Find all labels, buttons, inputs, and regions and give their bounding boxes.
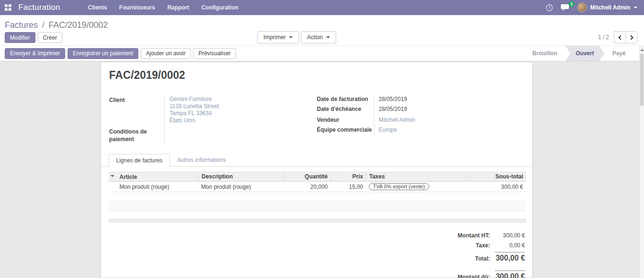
payment-terms-label: Conditions de paiement	[109, 128, 160, 143]
caret-down-icon	[326, 36, 330, 40]
total-row-untaxed: Montant HT: 300,00 €	[393, 232, 525, 239]
chevron-left-icon	[619, 35, 623, 40]
breadcrumb-factures-link[interactable]: Factures	[5, 20, 38, 30]
field-due-date: Date d'échéance 28/05/2019	[317, 106, 361, 112]
status-step-paye[interactable]: Payé	[604, 46, 634, 61]
invoice-lines-table: Article Description Quantité Prix Taxes …	[109, 172, 526, 223]
tab-other-info[interactable]: Autres informations	[170, 154, 233, 167]
main-menu: Clients Fournisseurs Rapport Configurati…	[82, 0, 245, 15]
field-invoice-date: Date de facturation 28/05/2019	[317, 96, 368, 102]
table-footer-strip	[109, 219, 526, 223]
apps-menu-icon[interactable]	[5, 4, 11, 11]
scrollbar-up-arrow-icon[interactable]	[640, 49, 644, 51]
total-value: 300,00 €	[495, 252, 525, 262]
chevron-right-icon	[628, 35, 633, 40]
client-address-line: Tampa FL 33634	[169, 110, 219, 117]
create-button[interactable]: Créer	[38, 32, 62, 43]
field-label: Date d'échéance	[317, 106, 361, 112]
field-label: Vendeur	[317, 117, 339, 123]
total-label: Taxe:	[476, 242, 490, 249]
invoice-number-title: FAC/2019/0002	[109, 69, 185, 82]
breadcrumb: Factures / FAC/2019/0002	[5, 20, 108, 30]
app-window: Facturation Clients Fournisseurs Rapport…	[0, 0, 644, 278]
total-label: Total:	[475, 255, 490, 262]
empty-table-row	[109, 211, 526, 219]
scrollbar-thumb[interactable]	[640, 54, 644, 106]
sales-team-link[interactable]: Europe	[379, 126, 397, 133]
column-header-description[interactable]: Description	[198, 172, 284, 182]
chevron-down-icon	[634, 7, 637, 10]
statusbar-buttons: Envoyer & Imprimer Enregistrer un paieme…	[5, 48, 236, 59]
status-steps: Brouillon Ouvert Payé	[525, 46, 634, 61]
edit-button[interactable]: Modifier	[5, 32, 35, 43]
user-avatar	[577, 3, 587, 12]
tab-invoice-lines[interactable]: Lignes de factures	[109, 154, 170, 167]
messages-count-badge: 1	[568, 1, 575, 7]
pager-buttons	[614, 31, 637, 43]
client-field-label: Client	[109, 97, 125, 103]
cell-price: 15,00	[330, 184, 366, 190]
pager: 1 / 2	[598, 31, 637, 43]
status-step-ouvert[interactable]: Ouvert	[565, 46, 604, 61]
pager-previous-button[interactable]	[614, 31, 626, 43]
client-name-link[interactable]: Gemini Furniture	[169, 96, 219, 103]
cell-taxes: TVA 0% export (vente)	[366, 183, 466, 190]
empty-table-row	[109, 192, 526, 202]
menu-clients[interactable]: Clients	[82, 0, 113, 15]
amount-due-value: 300,00 €	[495, 270, 525, 278]
action-dropdowns: Imprimer Action	[257, 31, 336, 43]
activity-clock-icon[interactable]	[545, 4, 553, 12]
field-separator-line	[374, 96, 374, 138]
action-dropdown-button[interactable]: Action	[301, 31, 336, 43]
column-header-article[interactable]: Article	[117, 174, 198, 180]
table-row[interactable]: Mon produit (rouge) Mon produit (rouge) …	[109, 182, 526, 192]
action-label: Action	[307, 34, 322, 41]
breadcrumb-current: FAC/2019/0002	[49, 20, 108, 30]
client-address-block: Gemini Furniture 1128 Lunetta Street Tam…	[169, 96, 219, 124]
column-header-quantity[interactable]: Quantité	[284, 172, 330, 182]
control-panel: Factures / FAC/2019/0002 Modifier Créer …	[0, 15, 644, 46]
amount-due-label: Montant dû:	[458, 274, 490, 278]
total-value: 0,00 €	[495, 242, 525, 249]
user-menu[interactable]: Mitchell Admin	[577, 3, 637, 12]
breadcrumb-separator: /	[42, 20, 44, 30]
column-header-subtotal[interactable]: Sous-total	[466, 172, 526, 182]
messages-chat-icon[interactable]: 1	[561, 4, 570, 11]
register-payment-button[interactable]: Enregistrer un paiement	[68, 48, 138, 59]
totals-block: Montant HT: 300,00 € Taxe: 0,00 € Total:…	[393, 232, 525, 278]
total-row-tax: Taxe: 0,00 €	[393, 242, 525, 249]
navbar-right: 1 Mitchell Admin	[545, 3, 637, 12]
pager-next-button[interactable]	[626, 31, 637, 43]
client-address-line: États Unis	[169, 117, 219, 124]
top-navbar: Facturation Clients Fournisseurs Rapport…	[0, 0, 644, 15]
add-credit-note-button[interactable]: Ajouter un avoir	[141, 48, 191, 59]
preview-button[interactable]: Prévisualiser	[193, 48, 236, 59]
field-separator-line	[164, 96, 165, 144]
column-header-price[interactable]: Prix	[330, 172, 366, 182]
pager-value: 1 / 2	[598, 34, 609, 41]
table-header-row: Article Description Quantité Prix Taxes …	[109, 172, 526, 182]
client-address-line: 1128 Lunetta Street	[169, 103, 219, 110]
menu-rapport[interactable]: Rapport	[161, 0, 195, 15]
salesperson-link[interactable]: Mitchell Admin	[379, 117, 415, 123]
column-header-taxes[interactable]: Taxes	[366, 172, 466, 182]
cell-article: Mon produit (rouge)	[117, 184, 198, 190]
amount-due-row: Montant dû: 300,00 €	[393, 270, 525, 278]
menu-configuration[interactable]: Configuration	[195, 0, 245, 15]
field-value: 28/05/2019	[379, 96, 407, 102]
total-label: Montant HT:	[458, 232, 490, 239]
print-dropdown-button[interactable]: Imprimer	[257, 31, 299, 43]
cell-quantity: 20,000	[284, 184, 330, 190]
cell-description: Mon produit (rouge)	[198, 184, 284, 190]
vertical-scrollbar[interactable]	[639, 46, 644, 278]
menu-fournisseurs[interactable]: Fournisseurs	[113, 0, 161, 15]
record-buttons: Modifier Créer	[5, 32, 62, 43]
tax-pill: TVA 0% export (vente)	[369, 183, 429, 190]
statusbar: Envoyer & Imprimer Enregistrer un paieme…	[0, 46, 644, 61]
notebook-tabs: Lignes de factures Autres informations	[101, 154, 532, 167]
caret-down-icon	[289, 36, 293, 40]
status-step-brouillon[interactable]: Brouillon	[525, 46, 566, 61]
send-print-button[interactable]: Envoyer & Imprimer	[5, 48, 65, 59]
field-salesperson: Vendeur Mitchell Admin	[317, 117, 339, 123]
app-title[interactable]: Facturation	[18, 3, 60, 12]
